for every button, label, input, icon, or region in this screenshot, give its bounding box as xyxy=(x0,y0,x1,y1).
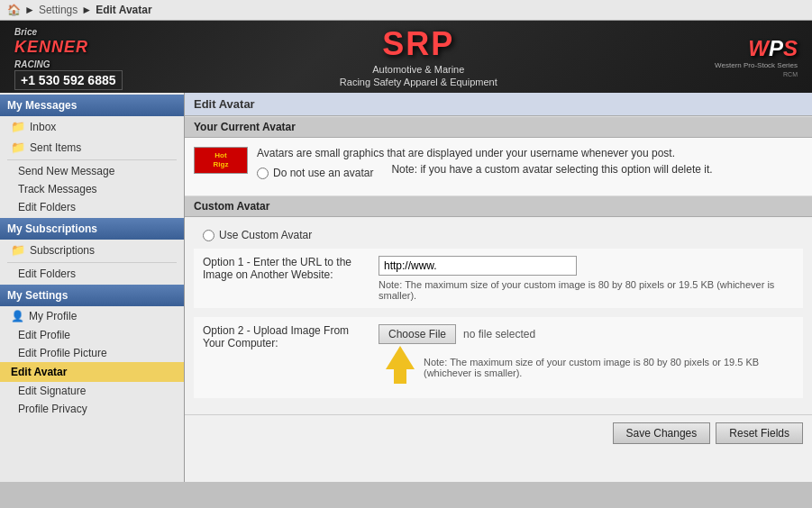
folder-icon-sent: 📁 xyxy=(11,141,25,154)
sidebar-section-settings: My Settings xyxy=(0,285,184,306)
option1-content: Note: The maximum size of your custom im… xyxy=(379,256,794,301)
option2-content: Choose File no file selected Note: The m… xyxy=(379,324,794,391)
sidebar-subscriptions-label: Subscriptions xyxy=(30,244,95,257)
no-avatar-radio[interactable] xyxy=(257,168,269,179)
kenner-logo: Brice KENNER RACING xyxy=(14,24,88,70)
footer-buttons: Save Changes Reset Fields xyxy=(185,414,812,451)
avatar-note: Note: if you have a custom avatar select… xyxy=(391,163,712,179)
current-avatar-area: HotRigz Avatars are small graphics that … xyxy=(194,147,803,179)
folder-icon-sub: 📁 xyxy=(11,243,25,257)
banner-center: SRP Automotive & Marine Racing Safety Ap… xyxy=(340,25,497,89)
sidebar-section-messages: My Messages xyxy=(0,95,184,116)
sidebar-item-inbox[interactable]: 📁 Inbox xyxy=(0,116,184,137)
content-area: Edit Avatar Your Current Avatar HotRigz … xyxy=(185,93,812,482)
wps-subtext: Western Pro-Stock Series xyxy=(715,61,798,69)
breadcrumb-separator2: ► xyxy=(81,4,92,16)
sidebar-edit-avatar-label: Edit Avatar xyxy=(11,366,67,378)
choose-file-button[interactable]: Choose File xyxy=(379,324,456,344)
avatar-label: HotRigz xyxy=(214,151,229,168)
banner-rcm: RCM xyxy=(783,71,798,77)
avatar-image: HotRigz xyxy=(194,147,248,174)
option2-row: Option 2 - Upload Image From Your Comput… xyxy=(194,317,803,398)
current-avatar-body: HotRigz Avatars are small graphics that … xyxy=(185,138,812,195)
breadcrumb-bar: 🏠 ► Settings ► Edit Avatar xyxy=(0,0,812,21)
save-changes-button[interactable]: Save Changes xyxy=(613,422,711,444)
sidebar-profile-privacy[interactable]: Profile Privacy xyxy=(0,400,184,418)
use-custom-row: Use Custom Avatar xyxy=(194,224,803,249)
banner-phone: +1 530 592 6885 xyxy=(14,70,123,90)
section-current-avatar: Your Current Avatar xyxy=(185,116,812,138)
site-banner: Brice KENNER RACING +1 530 592 6885 SRP … xyxy=(0,21,812,93)
sidebar-my-profile-label: My Profile xyxy=(29,310,77,322)
file-upload-area: Choose File no file selected xyxy=(379,324,794,344)
sidebar-section-subscriptions: My Subscriptions xyxy=(0,218,184,240)
option1-note: Note: The maximum size of your custom im… xyxy=(379,279,794,301)
wps-logo: WPS xyxy=(748,36,798,61)
sidebar-inbox-label: Inbox xyxy=(30,121,56,133)
reset-fields-button[interactable]: Reset Fields xyxy=(716,422,803,444)
sidebar-edit-profile[interactable]: Edit Profile xyxy=(0,326,184,344)
breadcrumb-settings[interactable]: Settings xyxy=(39,4,78,16)
use-custom-radio[interactable] xyxy=(203,230,214,241)
sidebar: My Messages 📁 Inbox 📁 Sent Items Send Ne… xyxy=(0,93,185,482)
arrow-indicator xyxy=(386,346,415,384)
sidebar-edit-signature[interactable]: Edit Signature xyxy=(0,382,184,400)
sidebar-sent-label: Sent Items xyxy=(30,141,81,154)
folder-icon: 📁 xyxy=(11,120,25,133)
arrow-area: Note: The maximum size of your custom im… xyxy=(379,346,794,391)
sidebar-edit-folders2[interactable]: Edit Folders xyxy=(0,265,184,283)
sidebar-divider2 xyxy=(7,262,177,263)
use-custom-label: Use Custom Avatar xyxy=(219,229,312,241)
avatar-info-text: Avatars are small graphics that are disp… xyxy=(257,147,713,159)
banner-right: WPS Western Pro-Stock Series RCM xyxy=(715,36,798,77)
info-row: Do not use an avatar Note: if you have a… xyxy=(257,163,713,179)
custom-avatar-section: Use Custom Avatar Option 1 - Enter the U… xyxy=(185,217,812,414)
sidebar-edit-folders1[interactable]: Edit Folders xyxy=(0,198,184,216)
banner-tagline2: Racing Safety Apparel & Equipment xyxy=(340,76,497,88)
option1-label: Option 1 - Enter the URL to the Image on… xyxy=(203,256,370,281)
sidebar-edit-avatar[interactable]: Edit Avatar xyxy=(0,362,184,382)
home-icon[interactable]: 🏠 xyxy=(7,4,21,16)
no-avatar-row: Do not use an avatar xyxy=(257,167,373,179)
no-file-text: no file selected xyxy=(463,328,535,340)
no-avatar-label: Do not use an avatar xyxy=(273,167,373,179)
url-input[interactable] xyxy=(379,256,577,276)
breadcrumb-separator1: ► xyxy=(24,4,35,16)
option2-label: Option 2 - Upload Image From Your Comput… xyxy=(203,324,370,349)
srp-logo: SRP xyxy=(340,25,497,63)
person-icon: 👤 xyxy=(11,310,24,322)
sidebar-track-messages[interactable]: Track Messages xyxy=(0,180,184,198)
content-header: Edit Avatar xyxy=(185,93,812,116)
breadcrumb-edit-avatar: Edit Avatar xyxy=(96,4,151,16)
section-custom-avatar: Custom Avatar xyxy=(185,195,812,217)
sidebar-edit-profile-picture[interactable]: Edit Profile Picture xyxy=(0,344,184,362)
sidebar-item-my-profile[interactable]: 👤 My Profile xyxy=(0,306,184,326)
option2-note: Note: The maximum size of your custom im… xyxy=(424,353,794,378)
sidebar-item-sent[interactable]: 📁 Sent Items xyxy=(0,137,184,158)
option1-row: Option 1 - Enter the URL to the Image on… xyxy=(194,249,803,308)
main-layout: My Messages 📁 Inbox 📁 Sent Items Send Ne… xyxy=(0,93,812,482)
banner-tagline1: Automotive & Marine xyxy=(340,63,497,76)
sidebar-item-subscriptions[interactable]: 📁 Subscriptions xyxy=(0,240,184,260)
avatar-description: Avatars are small graphics that are disp… xyxy=(257,147,713,179)
sidebar-divider1 xyxy=(7,159,177,160)
banner-left: Brice KENNER RACING +1 530 592 6885 xyxy=(14,24,123,90)
sidebar-send-new[interactable]: Send New Message xyxy=(0,162,184,180)
